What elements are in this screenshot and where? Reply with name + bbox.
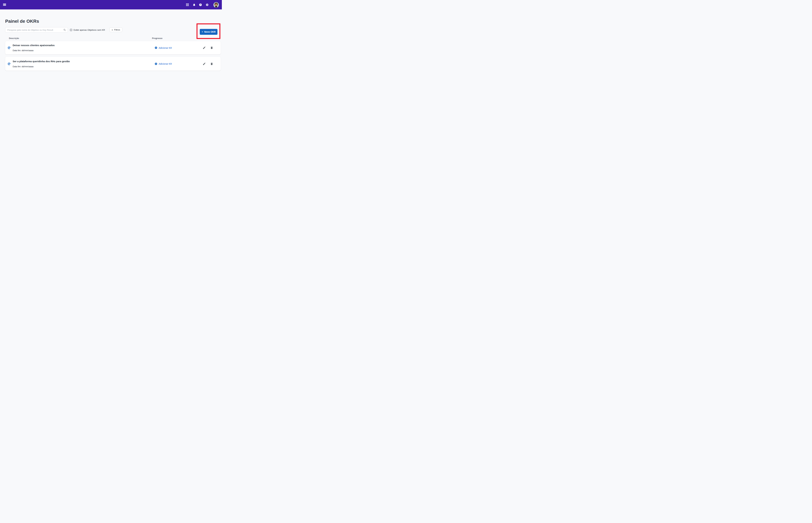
add-circle-icon [154, 47, 158, 49]
okr-card: Ser a plataforma queridinha dos RHs para… [5, 57, 221, 71]
objective-target-icon [7, 46, 11, 49]
delete-trash-icon[interactable] [210, 62, 213, 65]
help-icon[interactable] [199, 3, 202, 6]
okr-title: Deixar nossos clientes apaixonados [13, 44, 55, 47]
filters-button[interactable]: + Filtros [109, 28, 122, 32]
delete-trash-icon[interactable] [210, 46, 213, 49]
new-okr-button-label: Novo OKR [204, 31, 216, 33]
okr-dashboard-page: Painel de OKRs Exibir apenas Objetivos s… [0, 0, 222, 131]
edit-pencil-icon[interactable] [203, 46, 206, 49]
plus-icon: + [112, 29, 113, 31]
new-okr-button[interactable]: + Novo OKR [200, 29, 218, 35]
filters-button-label: Filtros [114, 29, 120, 31]
add-kr-link[interactable]: Adicionar KR [154, 47, 172, 49]
search-icon[interactable] [63, 29, 66, 31]
description-column-header: Descrição [9, 37, 19, 39]
add-kr-label: Adicionar KR [159, 47, 172, 49]
okr-card: Deixar nossos clientes apaixonados Data … [5, 41, 221, 54]
okr-text-block: Deixar nossos clientes apaixonados Data … [13, 44, 55, 52]
apps-grid-icon[interactable] [186, 3, 189, 6]
checkbox-label: Exibir apenas Objetivos sem KR [74, 29, 105, 31]
search-box [5, 27, 68, 33]
page-title: Painel de OKRs [5, 19, 39, 23]
okr-title: Ser a plataforma queridinha dos RHs para… [13, 60, 70, 62]
notifications-bell-icon[interactable] [192, 3, 196, 6]
search-input[interactable] [5, 28, 68, 32]
edit-pencil-icon[interactable] [203, 62, 206, 65]
user-avatar[interactable] [214, 2, 219, 7]
add-kr-link[interactable]: Adicionar KR [154, 62, 172, 65]
okr-text-block: Ser a plataforma queridinha dos RHs para… [13, 60, 70, 68]
add-circle-icon [154, 62, 158, 65]
hamburger-menu-icon[interactable] [3, 4, 6, 6]
settings-gear-icon[interactable] [206, 3, 209, 6]
objective-target-icon [7, 62, 11, 66]
okr-end-date: Data fim: dd/mm/aaaa [13, 66, 70, 68]
okr-end-date: Data fim: dd/mm/aaaa [13, 49, 55, 52]
filter-checkbox-group: Exibir apenas Objetivos sem KR [70, 28, 105, 32]
progress-column-header: Progresso [152, 37, 162, 39]
show-only-objectives-without-kr-checkbox[interactable] [70, 29, 72, 31]
plus-icon: + [202, 31, 203, 33]
add-kr-label: Adicionar KR [159, 62, 172, 65]
top-app-bar [0, 0, 222, 10]
